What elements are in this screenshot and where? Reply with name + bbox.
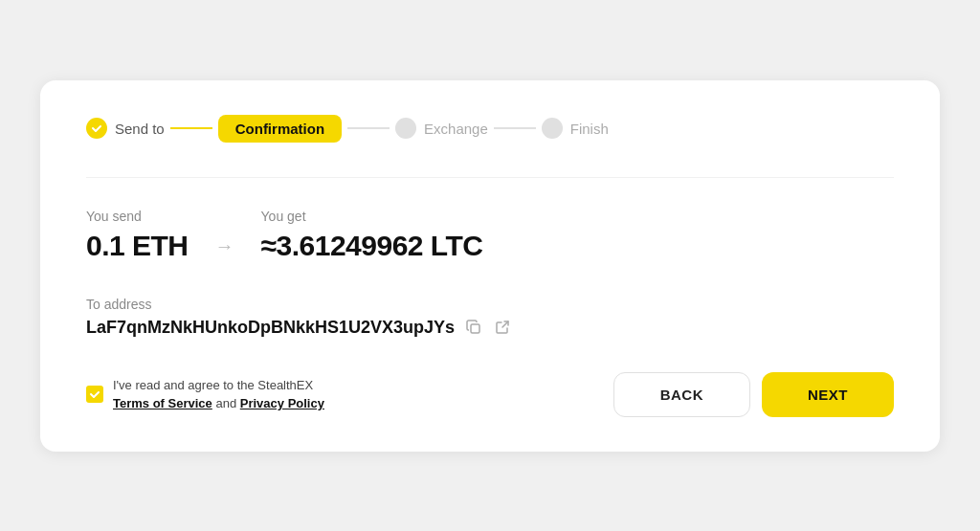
address-row: LaF7qnMzNkHUnkoDpBNkkHS1U2VX3upJYs bbox=[86, 318, 894, 338]
transaction-section: You send 0.1 ETH → You get ≈3.61249962 L… bbox=[86, 209, 894, 262]
button-group: BACK NEXT bbox=[613, 372, 894, 417]
svg-rect-0 bbox=[471, 324, 479, 333]
get-value: ≈3.61249962 LTC bbox=[261, 230, 483, 262]
checkmark-icon bbox=[89, 388, 100, 400]
agreement-text: I've read and agree to the StealthEX Ter… bbox=[113, 376, 324, 413]
step-confirmation: Confirmation bbox=[218, 115, 342, 143]
agreement-area: I've read and agree to the StealthEX Ter… bbox=[86, 376, 324, 413]
step-exchange: Exchange bbox=[395, 118, 488, 139]
get-label: You get bbox=[261, 209, 483, 224]
arrow-icon: → bbox=[215, 235, 234, 257]
step-send-to-label: Send to bbox=[115, 121, 165, 137]
send-col: You send 0.1 ETH bbox=[86, 209, 189, 262]
step-finish-label: Finish bbox=[570, 121, 609, 137]
step-finish-circle bbox=[542, 118, 563, 139]
privacy-link[interactable]: Privacy Policy bbox=[240, 396, 324, 410]
step-exchange-circle bbox=[395, 118, 416, 139]
get-col: You get ≈3.61249962 LTC bbox=[261, 209, 483, 262]
footer-row: I've read and agree to the StealthEX Ter… bbox=[86, 372, 894, 417]
connector-2 bbox=[347, 127, 390, 129]
next-button[interactable]: NEXT bbox=[762, 372, 894, 417]
step-confirmation-label: Confirmation bbox=[218, 115, 342, 143]
back-button[interactable]: BACK bbox=[613, 372, 750, 417]
copy-address-button[interactable] bbox=[464, 318, 483, 337]
send-value: 0.1 ETH bbox=[86, 230, 189, 262]
address-label: To address bbox=[86, 297, 894, 312]
step-send-to-circle bbox=[86, 118, 107, 139]
confirmation-card: Send to Confirmation Exchange Finish You… bbox=[40, 80, 940, 452]
step-send-to: Send to bbox=[86, 118, 165, 139]
connector-1 bbox=[170, 127, 212, 129]
send-label: You send bbox=[86, 209, 189, 224]
external-link-icon bbox=[495, 320, 510, 335]
copy-icon bbox=[466, 320, 481, 335]
tos-link[interactable]: Terms of Service bbox=[113, 396, 212, 410]
address-value: LaF7qnMzNkHUnkoDpBNkkHS1U2VX3upJYs bbox=[86, 318, 455, 338]
step-exchange-label: Exchange bbox=[424, 121, 488, 137]
address-section: To address LaF7qnMzNkHUnkoDpBNkkHS1U2VX3… bbox=[86, 297, 894, 338]
external-link-button[interactable] bbox=[493, 318, 512, 337]
stepper: Send to Confirmation Exchange Finish bbox=[86, 115, 894, 143]
agreement-prefix: I've read and agree to the StealthEX bbox=[113, 378, 313, 392]
agreement-and: and bbox=[215, 396, 236, 410]
divider-1 bbox=[86, 177, 894, 178]
step-finish: Finish bbox=[542, 118, 609, 139]
connector-3 bbox=[494, 127, 536, 129]
agreement-checkbox[interactable] bbox=[86, 386, 103, 403]
